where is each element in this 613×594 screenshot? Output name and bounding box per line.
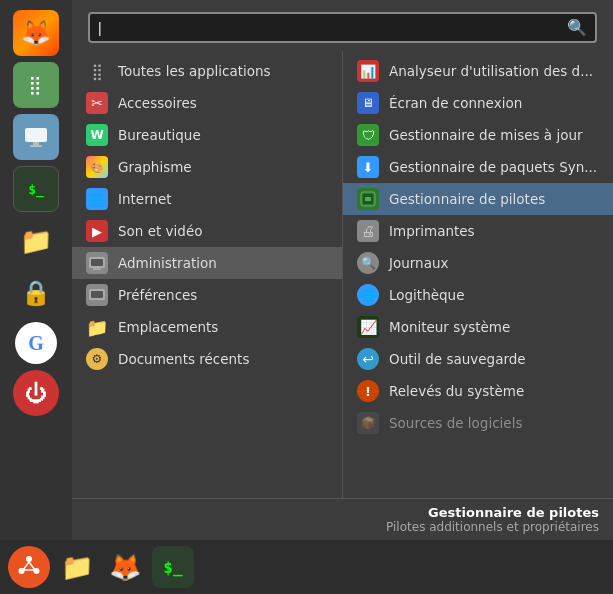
prefs-icon xyxy=(86,284,108,306)
right-menu: 📊 Analyseur d'utilisation des d... 🖥 Écr… xyxy=(342,51,613,540)
svg-rect-10 xyxy=(365,197,371,201)
all-apps-icon: ⣿ xyxy=(86,60,108,82)
menu-item-logitheque[interactable]: 🌐 Logithèque xyxy=(343,279,613,311)
menu-item-analyzer[interactable]: 📊 Analyseur d'utilisation des d... xyxy=(343,55,613,87)
menu-item-places[interactable]: 📁 Emplacements xyxy=(72,311,342,343)
updates-icon: 🛡 xyxy=(357,124,379,146)
ubuntu-logo-button[interactable] xyxy=(8,546,50,588)
tooltip-title: Gestionnaire de pilotes xyxy=(86,505,599,520)
menu-item-graphics[interactable]: 🎨 Graphisme xyxy=(72,151,342,183)
search-icon[interactable]: 🔍 xyxy=(567,18,587,37)
drivers-icon xyxy=(357,188,379,210)
menu-item-drivers[interactable]: Gestionnaire de pilotes xyxy=(343,183,613,215)
sources-icon: 📦 xyxy=(357,412,379,434)
menu-item-printers[interactable]: 🖨 Imprimantes xyxy=(343,215,613,247)
search-bar: 🔍 xyxy=(72,0,613,51)
folder-icon[interactable]: 📁 xyxy=(13,218,59,264)
backup-icon: ↩ xyxy=(357,348,379,370)
tooltip-panel: Gestionnaire de pilotes Pilotes addition… xyxy=(72,498,613,540)
menu-item-admin[interactable]: Administration xyxy=(72,247,342,279)
login-screen-icon: 🖥 xyxy=(357,92,379,114)
media-icon: ▶ xyxy=(86,220,108,242)
svg-rect-5 xyxy=(93,268,101,270)
admin-icon xyxy=(86,252,108,274)
svg-rect-1 xyxy=(33,142,39,145)
taskbar: 📁 🦊 $_ xyxy=(0,540,613,594)
menu-item-logs[interactable]: ! Relevés du système xyxy=(343,375,613,407)
menu-item-internet[interactable]: 🌐 Internet xyxy=(72,183,342,215)
svg-rect-0 xyxy=(25,128,47,142)
menu-item-monitor[interactable]: 📈 Moniteur système xyxy=(343,311,613,343)
logs-icon: ! xyxy=(357,380,379,402)
menu-item-updates[interactable]: 🛡 Gestionnaire de mises à jour xyxy=(343,119,613,151)
left-menu: ⣿ Toutes les applications ✂ Accessoires … xyxy=(72,51,342,540)
firefox-icon[interactable]: 🦊 xyxy=(13,10,59,56)
lock-icon[interactable]: 🔒 xyxy=(13,270,59,316)
menu-item-sources[interactable]: 📦 Sources de logiciels xyxy=(343,407,613,439)
internet-icon: 🌐 xyxy=(86,188,108,210)
packages-icon: ⬇ xyxy=(357,156,379,178)
menu-item-recent[interactable]: ⚙ Documents récents xyxy=(72,343,342,375)
graphics-icon: 🎨 xyxy=(86,156,108,178)
menu-item-media[interactable]: ▶ Son et vidéo xyxy=(72,215,342,247)
svg-rect-4 xyxy=(91,259,103,266)
svg-rect-7 xyxy=(91,291,103,298)
menu-item-packages[interactable]: ⬇ Gestionnaire de paquets Syn... xyxy=(343,151,613,183)
sidebar: 🦊 ⣿ $_ 📁 🔒 G ⏻ xyxy=(0,0,72,540)
menu-item-all-apps[interactable]: ⣿ Toutes les applications xyxy=(72,55,342,87)
menu-item-login-screen[interactable]: 🖥 Écran de connexion xyxy=(343,87,613,119)
printers-icon: 🖨 xyxy=(357,220,379,242)
menu-item-prefs[interactable]: Préférences xyxy=(72,279,342,311)
grid-icon[interactable]: ⣿ xyxy=(13,62,59,108)
monitor-icon: 📈 xyxy=(357,316,379,338)
terminal-icon[interactable]: $_ xyxy=(13,166,59,212)
menu-columns: ⣿ Toutes les applications ✂ Accessoires … xyxy=(72,51,613,540)
menu-item-accessories[interactable]: ✂ Accessoires xyxy=(72,87,342,119)
recent-icon: ⚙ xyxy=(86,348,108,370)
main-panel: 🔍 ⣿ Toutes les applications ✂ Accessoire… xyxy=(72,0,613,540)
display-icon[interactable] xyxy=(13,114,59,160)
tooltip-description: Pilotes additionnels et propriétaires xyxy=(86,520,599,534)
journal-icon: 🔍 xyxy=(357,252,379,274)
firefox-taskbar-button[interactable]: 🦊 xyxy=(104,546,146,588)
places-icon: 📁 xyxy=(86,316,108,338)
svg-rect-2 xyxy=(30,145,42,147)
logitheque-icon: 🌐 xyxy=(357,284,379,306)
folder-taskbar-button[interactable]: 📁 xyxy=(56,546,98,588)
google-icon[interactable]: G xyxy=(15,322,57,364)
power-icon[interactable]: ⏻ xyxy=(13,370,59,416)
office-icon: W xyxy=(86,124,108,146)
analyzer-icon: 📊 xyxy=(357,60,379,82)
accessories-icon: ✂ xyxy=(86,92,108,114)
menu-item-office[interactable]: W Bureautique xyxy=(72,119,342,151)
search-input-wrapper[interactable]: 🔍 xyxy=(88,12,597,43)
menu-item-backup[interactable]: ↩ Outil de sauvegarde xyxy=(343,343,613,375)
terminal-taskbar-button[interactable]: $_ xyxy=(152,546,194,588)
search-input[interactable] xyxy=(98,20,567,36)
menu-item-journal[interactable]: 🔍 Journaux xyxy=(343,247,613,279)
